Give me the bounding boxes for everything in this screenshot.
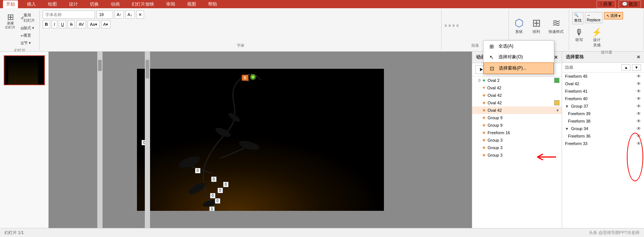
tab-transition[interactable]: 切换 xyxy=(87,0,102,8)
sel-item-freeform40[interactable]: Freeform 40 👁 xyxy=(562,95,644,102)
reuse-icon: ↺ xyxy=(21,16,24,20)
eye-icon-oval42[interactable]: 👁 xyxy=(637,81,641,86)
anim-panel-close-button[interactable]: ✕ xyxy=(554,55,558,60)
selection-pane-menu-item[interactable]: ⊡ 选择窗格(P)... xyxy=(483,62,554,74)
share-button[interactable]: ↑ 共享 xyxy=(596,0,616,8)
eye-icon-freeform33[interactable]: 👁 xyxy=(637,141,641,146)
justify-icon[interactable]: ≡ xyxy=(456,23,458,28)
label-box-8: 0 xyxy=(209,206,215,211)
eye-icon-freeform41[interactable]: 👁 xyxy=(637,89,641,94)
dropdown-icon-4[interactable]: ▼ xyxy=(556,108,559,113)
anim-item-3[interactable]: ★ Oval 42 xyxy=(472,99,562,107)
design-ideas-button[interactable]: ⚡ 设计灵感 xyxy=(589,27,604,49)
tab-review[interactable]: 审阅 xyxy=(163,0,178,8)
font-size-input[interactable] xyxy=(97,10,113,19)
slide-thumbnail-1[interactable] xyxy=(4,55,45,85)
quick-style-button[interactable]: ≋ 快速样式 xyxy=(546,16,566,36)
slide-thumbnail-panel xyxy=(0,52,49,228)
star-icon-0: ★ xyxy=(482,78,486,83)
eye-icon-group37[interactable]: 👁 xyxy=(637,104,641,109)
sel-item-freeform39[interactable]: Freeform 39 👁 xyxy=(562,110,644,117)
align-right-icon[interactable]: ≡ xyxy=(452,23,455,28)
tab-view[interactable]: 视图 xyxy=(184,0,199,8)
tab-slideshow[interactable]: 幻灯片放映 xyxy=(129,0,157,8)
selection-panel-controls: 隐藏 ▲ ▼ xyxy=(562,63,644,73)
anim-item-4[interactable]: ★ Oval 42 ▼ xyxy=(472,107,562,114)
star-icon-9: ★ xyxy=(482,145,486,150)
label-box-6: 0 xyxy=(210,193,216,198)
anim-item-8[interactable]: ★ Group 3 xyxy=(472,136,562,144)
tab-start[interactable]: 开始 xyxy=(3,0,18,8)
tab-draw[interactable]: 绘图 xyxy=(45,0,60,8)
reset-button[interactable]: ↩ 重置 xyxy=(19,32,36,39)
align-center-icon[interactable]: ≡ xyxy=(448,23,451,28)
reuse-slide-button[interactable]: ↺ 重用幻灯片 xyxy=(19,12,36,24)
select-button[interactable]: ↖ 选择 ▾ xyxy=(604,12,623,19)
layout-button[interactable]: ⊟ 版式 ▾ xyxy=(19,25,36,31)
color-box-3 xyxy=(554,100,559,105)
anim-item-6[interactable]: ★ Group 9 xyxy=(472,121,562,129)
font-color-button[interactable]: A▾ xyxy=(101,20,110,28)
anim-item-5[interactable]: ★ Group 9 xyxy=(472,114,562,121)
lightning-icon: ⚡ xyxy=(592,28,602,37)
sel-item-oval42[interactable]: Oval 42 👁 xyxy=(562,80,644,87)
bold-button[interactable]: B xyxy=(43,20,50,28)
anim-item-1[interactable]: ✦ Oval 42 xyxy=(472,84,562,92)
arrange-button[interactable]: ⊞ 排列 xyxy=(529,16,543,36)
font-size-increase-button[interactable]: A↑ xyxy=(115,10,124,19)
sel-item-freeform45[interactable]: Freeform 45 👁 xyxy=(562,73,644,80)
watermark: 头条 @思维导图PPT肖老师 xyxy=(589,230,640,236)
move-down-sel-button[interactable]: ▼ xyxy=(632,64,641,71)
font-size-decrease-button[interactable]: A↓ xyxy=(125,10,135,19)
sel-item-freeform38[interactable]: Freeform 38 👁 xyxy=(562,117,644,125)
anim-item-7[interactable]: ★ Freeform 16 xyxy=(472,129,562,136)
sel-item-group37[interactable]: ▼ Group 37 👁 xyxy=(562,102,644,110)
eye-icon-freeform38[interactable]: 👁 xyxy=(637,118,641,124)
toolbar-slide-section: ⊞ 新建幻灯片 ↺ 重用幻灯片 ⊟ 版式 ▾ ↩ 重置 ☰ 节 ▾ xyxy=(0,10,40,50)
shape-button[interactable]: ⬡ 形状 xyxy=(512,16,526,36)
underline-button[interactable]: U xyxy=(59,20,66,28)
eye-icon-group34[interactable]: 👁 xyxy=(637,126,641,131)
char-spacing-button[interactable]: AV xyxy=(76,20,86,28)
replace-button[interactable]: ↔ Replace xyxy=(585,12,602,23)
dictate-button[interactable]: 🎙 听写 xyxy=(572,27,586,49)
select-all-menu-item[interactable]: ⊞ 全选(A) xyxy=(483,41,554,52)
eye-icon-freeform40[interactable]: 👁 xyxy=(637,96,641,101)
mic-icon: 🎙 xyxy=(575,28,583,37)
canvas-area: 0 0 0 0 0 0 0 0 0 xyxy=(49,52,472,228)
tab-insert[interactable]: 插入 xyxy=(24,0,39,8)
toolbar-right-section: 🔍 查找 ↔ Replace ↖ 选择 ▾ 🎙 听写 ⚡ 设计灵感 设计 xyxy=(569,10,644,50)
sel-item-group34[interactable]: ▼ Group 34 👁 xyxy=(562,125,644,132)
anim-item-10[interactable]: ★ Group 3 xyxy=(472,151,562,159)
eye-icon-freeform36[interactable]: 👁 xyxy=(637,133,641,139)
select-object-menu-item[interactable]: ↖ 选择对象(O) xyxy=(483,52,554,62)
eye-icon-freeform39[interactable]: 👁 xyxy=(637,111,641,116)
anim-item-2[interactable]: ★ Oval 42 xyxy=(472,92,562,99)
section-button[interactable]: ☰ 节 ▾ xyxy=(19,40,36,46)
slide-canvas[interactable]: 0 0 0 0 0 0 0 0 0 xyxy=(137,69,384,211)
svg-point-1 xyxy=(238,139,260,152)
tab-design[interactable]: 设计 xyxy=(66,0,81,8)
move-up-sel-button[interactable]: ▲ xyxy=(622,64,631,71)
left-scrollbar[interactable] xyxy=(97,52,103,228)
strikethrough-button[interactable]: S xyxy=(68,20,75,28)
layout-icon: ⊟ xyxy=(21,26,24,30)
tab-help[interactable]: 帮助 xyxy=(205,0,220,8)
italic-button[interactable]: I xyxy=(52,20,57,28)
new-slide-icon: ⊞ xyxy=(7,13,14,21)
anim-item-0[interactable]: 0 ★ Oval 2 xyxy=(472,77,562,84)
new-slide-button[interactable]: ⊞ 新建幻灯片 xyxy=(3,12,18,46)
case-button[interactable]: Aa▾ xyxy=(88,20,99,28)
comment-button[interactable]: 💬 批注 xyxy=(619,0,641,8)
sel-item-freeform41[interactable]: Freeform 41 👁 xyxy=(562,87,644,95)
clear-format-button[interactable]: ✕ xyxy=(136,10,144,19)
eye-icon-freeform45[interactable]: 👁 xyxy=(637,74,641,79)
align-left-icon[interactable]: ≡ xyxy=(445,23,447,28)
anim-item-9[interactable]: ★ Group 3 xyxy=(472,144,562,151)
sel-item-freeform33[interactable]: Freeform 33 👁 xyxy=(562,140,644,147)
font-name-input[interactable] xyxy=(43,10,95,19)
find-button[interactable]: 🔍 查找 xyxy=(572,12,583,24)
right-scrollbar[interactable] xyxy=(145,52,150,228)
tab-animation[interactable]: 动画 xyxy=(108,0,123,8)
sel-item-freeform36[interactable]: Freeform 36 👁 xyxy=(562,132,644,140)
